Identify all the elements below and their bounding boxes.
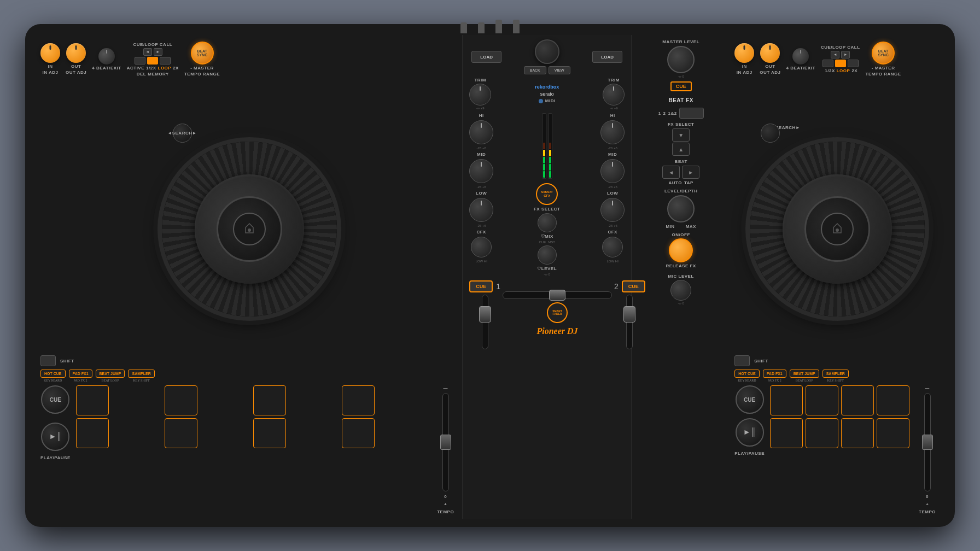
pad-2[interactable] xyxy=(165,385,197,415)
pad-7[interactable] xyxy=(253,418,286,448)
pad-5[interactable] xyxy=(76,418,109,448)
deck-left-search-knob[interactable]: ◄SEARCH► xyxy=(173,124,192,143)
right-play-pause-button[interactable]: ►║ xyxy=(736,418,764,447)
right-pad-3[interactable] xyxy=(841,385,874,415)
load-button-1[interactable]: LOAD xyxy=(471,51,501,63)
beat-right[interactable]: ► xyxy=(682,166,699,179)
right-hot-cue-btn[interactable]: HOT CUE xyxy=(734,370,760,378)
two-x-label: 2X xyxy=(173,66,179,71)
sampler-mode: SAMPLER KEY SHIFT xyxy=(128,370,154,382)
hi-knob-2[interactable] xyxy=(600,120,625,144)
channel-fader-handle-2[interactable] xyxy=(623,306,635,323)
cfx-knob-1[interactable] xyxy=(471,237,492,257)
right-tempo-fader-track[interactable] xyxy=(924,393,931,491)
smart-cfx-button[interactable]: SMART CFX xyxy=(536,183,558,205)
on-off-button[interactable] xyxy=(669,238,693,262)
right-two-x-btn[interactable] xyxy=(848,60,859,67)
right-pad-4[interactable] xyxy=(877,385,909,415)
four-beat-knob[interactable] xyxy=(98,48,115,65)
cue-button-1[interactable]: CUE xyxy=(469,280,493,292)
pad-1[interactable] xyxy=(76,385,109,415)
hot-cue-btn[interactable]: HOT CUE xyxy=(40,370,66,378)
crossfader-track[interactable] xyxy=(503,291,612,299)
pad-8[interactable] xyxy=(342,418,375,448)
right-pad-8[interactable] xyxy=(877,418,909,448)
right-beat-sync-button[interactable]: BEAT SYNC xyxy=(872,42,895,65)
right-pad-6[interactable] xyxy=(806,418,838,448)
trim-knob-right[interactable] xyxy=(603,84,625,105)
tempo-fader-handle[interactable] xyxy=(440,435,451,450)
deck-right-search-knob[interactable] xyxy=(761,124,780,143)
channel-fader-track-2[interactable] xyxy=(626,295,633,349)
low-knob-1[interactable] xyxy=(469,198,493,222)
right-pad-5[interactable] xyxy=(770,418,803,448)
vu-bar-right xyxy=(548,113,552,179)
browse-knob[interactable] xyxy=(535,39,559,64)
deck-left-in-button[interactable] xyxy=(40,43,60,63)
channel-fader-track-1[interactable] xyxy=(482,295,488,349)
loop-arrow-right[interactable]: ► xyxy=(154,48,162,56)
pad-3[interactable] xyxy=(253,385,286,415)
right-loop-arrow-left[interactable]: ◄ xyxy=(831,51,839,58)
channel-select-slider[interactable] xyxy=(679,108,704,119)
out-button-group: OUT OUT ADJ xyxy=(66,43,86,75)
fx-select-up[interactable]: ▲ xyxy=(672,143,690,156)
smart-fader-button[interactable]: SMART FADER xyxy=(547,302,568,323)
trim-knob-left[interactable] xyxy=(469,84,491,105)
beat-sync-button[interactable]: BEAT SYNC xyxy=(191,42,214,65)
beat-jump-btn[interactable]: BEAT JUMP xyxy=(96,370,125,378)
mid-knob-1[interactable] xyxy=(469,159,493,183)
loop-arrow-left[interactable]: ◄ xyxy=(143,48,152,56)
cue-large-button[interactable]: CUE xyxy=(41,385,69,414)
pad-4[interactable] xyxy=(342,385,375,415)
two-x-btn[interactable] xyxy=(160,57,171,65)
cfx-knob-2[interactable] xyxy=(602,237,623,257)
right-four-beat-knob[interactable] xyxy=(792,48,809,65)
tempo-fader-track[interactable] xyxy=(442,393,449,491)
deck-left-out-button[interactable] xyxy=(66,43,86,63)
right-pad-2[interactable] xyxy=(806,385,838,415)
right-shift-button[interactable] xyxy=(734,355,750,366)
half-x-btn[interactable] xyxy=(135,57,145,65)
play-pause-button[interactable]: ►║ xyxy=(41,423,69,451)
crossfader-handle[interactable] xyxy=(549,290,565,301)
deck-left-jog-wheel[interactable] xyxy=(162,142,337,316)
right-pad-fx1-btn[interactable]: PAD FX1 xyxy=(763,370,786,378)
channel-fader-handle-1[interactable] xyxy=(479,306,491,323)
mic-level-knob[interactable] xyxy=(670,280,691,301)
right-sampler-btn[interactable]: SAMPLER xyxy=(822,370,849,378)
right-loop-arrow-right[interactable]: ► xyxy=(841,51,850,58)
right-tempo-fader-handle[interactable] xyxy=(922,435,933,450)
deck-right-jog-wheel[interactable] xyxy=(750,142,925,316)
right-pad-1[interactable] xyxy=(770,385,803,415)
right-half-x-btn[interactable] xyxy=(822,60,833,67)
mid-knob-2[interactable] xyxy=(600,159,625,183)
view-button[interactable]: VIEW xyxy=(549,66,570,74)
master-level-knob[interactable] xyxy=(667,46,695,73)
cue-orange-button[interactable]: CUE xyxy=(670,81,692,91)
sampler-btn[interactable]: SAMPLER xyxy=(128,370,154,378)
load-button-2[interactable]: LOAD xyxy=(592,51,622,63)
pad-6[interactable] xyxy=(165,418,197,448)
right-cue-large-button[interactable]: CUE xyxy=(736,385,764,414)
loop-label: LOOP xyxy=(158,66,172,71)
fx-select-down[interactable]: ▼ xyxy=(672,128,690,142)
level-depth-section: LEVEL/DEPTH MIN MAX xyxy=(636,189,726,229)
loop-btn[interactable] xyxy=(147,57,158,65)
right-beat-jump-btn[interactable]: BEAT JUMP xyxy=(790,370,819,378)
headphones-level-knob[interactable] xyxy=(538,245,557,265)
right-two-x-label: 2X xyxy=(851,68,858,73)
beat-left[interactable]: ◄ xyxy=(662,166,680,179)
hi-knob-1[interactable] xyxy=(469,120,493,144)
back-button[interactable]: BACK xyxy=(524,66,546,74)
trim-right-group: TRIM -∞ +9 xyxy=(603,78,625,110)
pad-fx1-btn[interactable]: PAD FX1 xyxy=(69,370,92,378)
deck-right-out-button[interactable] xyxy=(760,43,780,63)
right-loop-btn[interactable] xyxy=(835,60,846,67)
shift-button[interactable] xyxy=(40,355,56,366)
headphones-mix-knob[interactable] xyxy=(538,213,557,232)
right-pad-7[interactable] xyxy=(841,418,874,448)
deck-right-in-button[interactable] xyxy=(734,43,754,63)
level-depth-knob[interactable] xyxy=(667,195,695,222)
low-knob-2[interactable] xyxy=(600,198,625,222)
